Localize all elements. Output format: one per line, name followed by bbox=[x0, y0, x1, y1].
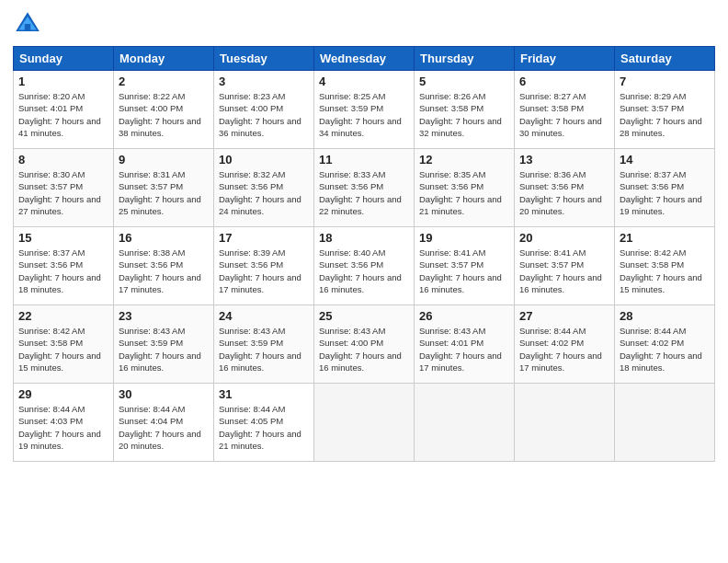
calendar-cell-day-24: 24 Sunrise: 8:43 AM Sunset: 3:59 PM Dayl… bbox=[214, 305, 314, 384]
day-number: 10 bbox=[219, 153, 309, 167]
day-number: 5 bbox=[419, 75, 509, 88]
cell-info: Sunrise: 8:39 AM Sunset: 3:56 PM Dayligh… bbox=[219, 247, 309, 295]
calendar-cell-empty bbox=[415, 384, 515, 462]
cell-info: Sunrise: 8:33 AM Sunset: 3:56 PM Dayligh… bbox=[319, 168, 409, 217]
calendar-cell-day-16: 16 Sunrise: 8:38 AM Sunset: 3:56 PM Dayl… bbox=[114, 227, 214, 305]
calendar-cell-day-14: 14 Sunrise: 8:37 AM Sunset: 3:56 PM Dayl… bbox=[615, 149, 715, 227]
day-number: 16 bbox=[119, 231, 209, 245]
calendar-cell-day-10: 10 Sunrise: 8:32 AM Sunset: 3:56 PM Dayl… bbox=[214, 149, 314, 227]
calendar-week-row: 8 Sunrise: 8:30 AM Sunset: 3:57 PM Dayli… bbox=[14, 149, 715, 227]
calendar-cell-day-12: 12 Sunrise: 8:35 AM Sunset: 3:56 PM Dayl… bbox=[415, 149, 515, 227]
calendar-week-row: 29 Sunrise: 8:44 AM Sunset: 4:03 PM Dayl… bbox=[14, 384, 715, 462]
calendar-cell-day-18: 18 Sunrise: 8:40 AM Sunset: 3:56 PM Dayl… bbox=[314, 227, 415, 305]
calendar-cell-day-5: 5 Sunrise: 8:26 AM Sunset: 3:58 PM Dayli… bbox=[415, 71, 515, 149]
calendar-cell-day-1: 1 Sunrise: 8:20 AM Sunset: 4:01 PM Dayli… bbox=[14, 71, 114, 149]
logo bbox=[13, 9, 46, 39]
cell-info: Sunrise: 8:23 AM Sunset: 4:00 PM Dayligh… bbox=[219, 90, 309, 139]
calendar-cell-day-26: 26 Sunrise: 8:43 AM Sunset: 4:01 PM Dayl… bbox=[415, 305, 515, 384]
calendar-cell-empty bbox=[615, 384, 715, 462]
calendar-cell-day-19: 19 Sunrise: 8:41 AM Sunset: 3:57 PM Dayl… bbox=[415, 227, 515, 305]
calendar-cell-day-31: 31 Sunrise: 8:44 AM Sunset: 4:05 PM Dayl… bbox=[214, 384, 314, 462]
day-number: 19 bbox=[419, 231, 509, 245]
calendar-cell-day-6: 6 Sunrise: 8:27 AM Sunset: 3:58 PM Dayli… bbox=[515, 71, 615, 149]
calendar-table: SundayMondayTuesdayWednesdayThursdayFrid… bbox=[13, 46, 715, 462]
day-number: 22 bbox=[18, 309, 108, 323]
cell-info: Sunrise: 8:27 AM Sunset: 3:58 PM Dayligh… bbox=[519, 90, 609, 139]
cell-info: Sunrise: 8:32 AM Sunset: 3:56 PM Dayligh… bbox=[219, 168, 309, 217]
cell-info: Sunrise: 8:31 AM Sunset: 3:57 PM Dayligh… bbox=[119, 168, 209, 217]
calendar-cell-day-13: 13 Sunrise: 8:36 AM Sunset: 3:56 PM Dayl… bbox=[515, 149, 615, 227]
weekday-header-tuesday: Tuesday bbox=[214, 47, 314, 71]
cell-info: Sunrise: 8:44 AM Sunset: 4:02 PM Dayligh… bbox=[519, 325, 609, 373]
day-number: 17 bbox=[219, 231, 309, 245]
day-number: 26 bbox=[419, 309, 509, 323]
day-number: 4 bbox=[319, 75, 409, 88]
calendar-cell-day-4: 4 Sunrise: 8:25 AM Sunset: 3:59 PM Dayli… bbox=[314, 71, 415, 149]
day-number: 11 bbox=[319, 153, 409, 167]
calendar-cell-day-29: 29 Sunrise: 8:44 AM Sunset: 4:03 PM Dayl… bbox=[14, 384, 114, 462]
day-number: 3 bbox=[219, 75, 309, 88]
weekday-header-sunday: Sunday bbox=[14, 47, 114, 71]
calendar-cell-day-11: 11 Sunrise: 8:33 AM Sunset: 3:56 PM Dayl… bbox=[314, 149, 415, 227]
calendar-cell-day-20: 20 Sunrise: 8:41 AM Sunset: 3:57 PM Dayl… bbox=[515, 227, 615, 305]
cell-info: Sunrise: 8:20 AM Sunset: 4:01 PM Dayligh… bbox=[18, 90, 108, 139]
calendar-cell-day-25: 25 Sunrise: 8:43 AM Sunset: 4:00 PM Dayl… bbox=[314, 305, 415, 384]
cell-info: Sunrise: 8:38 AM Sunset: 3:56 PM Dayligh… bbox=[119, 247, 209, 295]
cell-info: Sunrise: 8:35 AM Sunset: 3:56 PM Dayligh… bbox=[419, 168, 509, 217]
calendar-cell-day-28: 28 Sunrise: 8:44 AM Sunset: 4:02 PM Dayl… bbox=[615, 305, 715, 384]
cell-info: Sunrise: 8:43 AM Sunset: 4:00 PM Dayligh… bbox=[319, 325, 409, 373]
calendar-cell-day-30: 30 Sunrise: 8:44 AM Sunset: 4:04 PM Dayl… bbox=[114, 384, 214, 462]
cell-info: Sunrise: 8:40 AM Sunset: 3:56 PM Dayligh… bbox=[319, 247, 409, 295]
day-number: 13 bbox=[519, 153, 609, 167]
cell-info: Sunrise: 8:30 AM Sunset: 3:57 PM Dayligh… bbox=[18, 168, 108, 217]
weekday-header-wednesday: Wednesday bbox=[314, 47, 415, 71]
day-number: 30 bbox=[119, 387, 209, 401]
day-number: 25 bbox=[319, 309, 409, 323]
cell-info: Sunrise: 8:41 AM Sunset: 3:57 PM Dayligh… bbox=[519, 247, 609, 295]
day-number: 6 bbox=[519, 75, 609, 88]
header bbox=[13, 9, 715, 39]
weekday-header-friday: Friday bbox=[515, 47, 615, 71]
day-number: 12 bbox=[419, 153, 509, 167]
calendar-container: SundayMondayTuesdayWednesdayThursdayFrid… bbox=[0, 0, 728, 563]
calendar-cell-day-27: 27 Sunrise: 8:44 AM Sunset: 4:02 PM Dayl… bbox=[515, 305, 615, 384]
calendar-cell-empty bbox=[515, 384, 615, 462]
day-number: 27 bbox=[519, 309, 609, 323]
day-number: 8 bbox=[18, 153, 108, 167]
day-number: 15 bbox=[18, 231, 108, 245]
day-number: 2 bbox=[119, 75, 209, 88]
calendar-cell-day-15: 15 Sunrise: 8:37 AM Sunset: 3:56 PM Dayl… bbox=[14, 227, 114, 305]
weekday-header-row: SundayMondayTuesdayWednesdayThursdayFrid… bbox=[14, 47, 715, 71]
day-number: 9 bbox=[119, 153, 209, 167]
cell-info: Sunrise: 8:44 AM Sunset: 4:04 PM Dayligh… bbox=[119, 403, 209, 452]
cell-info: Sunrise: 8:43 AM Sunset: 3:59 PM Dayligh… bbox=[219, 325, 309, 373]
calendar-week-row: 22 Sunrise: 8:42 AM Sunset: 3:58 PM Dayl… bbox=[14, 305, 715, 384]
cell-info: Sunrise: 8:44 AM Sunset: 4:03 PM Dayligh… bbox=[18, 403, 108, 452]
day-number: 24 bbox=[219, 309, 309, 323]
day-number: 21 bbox=[620, 231, 710, 245]
day-number: 7 bbox=[620, 75, 710, 88]
calendar-cell-day-3: 3 Sunrise: 8:23 AM Sunset: 4:00 PM Dayli… bbox=[214, 71, 314, 149]
calendar-cell-day-21: 21 Sunrise: 8:42 AM Sunset: 3:58 PM Dayl… bbox=[615, 227, 715, 305]
cell-info: Sunrise: 8:25 AM Sunset: 3:59 PM Dayligh… bbox=[319, 90, 409, 139]
day-number: 1 bbox=[18, 75, 108, 88]
weekday-header-thursday: Thursday bbox=[415, 47, 515, 71]
cell-info: Sunrise: 8:29 AM Sunset: 3:57 PM Dayligh… bbox=[620, 90, 710, 139]
calendar-cell-day-8: 8 Sunrise: 8:30 AM Sunset: 3:57 PM Dayli… bbox=[14, 149, 114, 227]
calendar-week-row: 15 Sunrise: 8:37 AM Sunset: 3:56 PM Dayl… bbox=[14, 227, 715, 305]
day-number: 29 bbox=[18, 387, 108, 401]
day-number: 23 bbox=[119, 309, 209, 323]
calendar-cell-day-17: 17 Sunrise: 8:39 AM Sunset: 3:56 PM Dayl… bbox=[214, 227, 314, 305]
day-number: 28 bbox=[620, 309, 710, 323]
svg-rect-2 bbox=[25, 24, 30, 31]
cell-info: Sunrise: 8:41 AM Sunset: 3:57 PM Dayligh… bbox=[419, 247, 509, 295]
cell-info: Sunrise: 8:42 AM Sunset: 3:58 PM Dayligh… bbox=[620, 247, 710, 295]
calendar-cell-day-7: 7 Sunrise: 8:29 AM Sunset: 3:57 PM Dayli… bbox=[615, 71, 715, 149]
cell-info: Sunrise: 8:43 AM Sunset: 4:01 PM Dayligh… bbox=[419, 325, 509, 373]
cell-info: Sunrise: 8:37 AM Sunset: 3:56 PM Dayligh… bbox=[18, 247, 108, 295]
calendar-week-row: 1 Sunrise: 8:20 AM Sunset: 4:01 PM Dayli… bbox=[14, 71, 715, 149]
day-number: 18 bbox=[319, 231, 409, 245]
logo-icon bbox=[13, 9, 42, 39]
calendar-cell-day-22: 22 Sunrise: 8:42 AM Sunset: 3:58 PM Dayl… bbox=[14, 305, 114, 384]
weekday-header-monday: Monday bbox=[114, 47, 214, 71]
